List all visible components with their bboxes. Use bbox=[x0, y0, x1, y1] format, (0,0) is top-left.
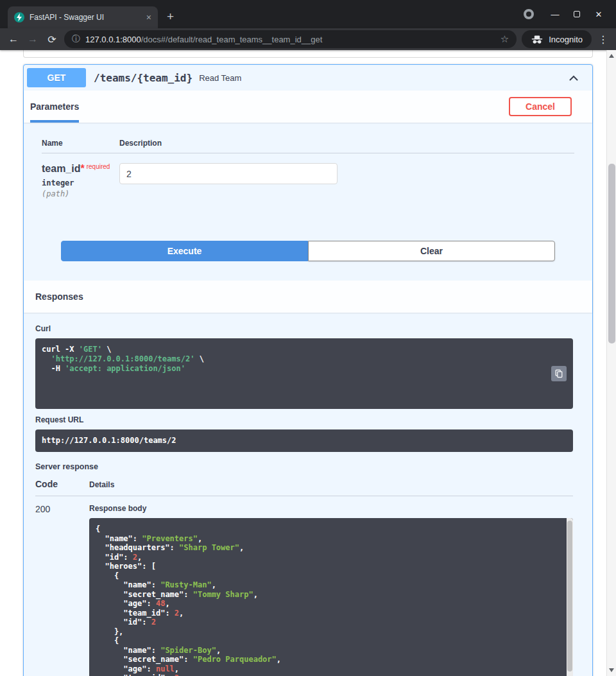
url-host: 127.0.0.1:8000 bbox=[85, 35, 141, 44]
parameter-meta: team_id*required integer (path) bbox=[42, 163, 119, 198]
response-body-block: { "name": "Preventers", "headquarters": … bbox=[89, 518, 573, 676]
incognito-label: Incognito bbox=[549, 35, 583, 44]
parameter-type: integer bbox=[42, 178, 119, 187]
parameters-tab-label: Parameters bbox=[30, 101, 79, 112]
curl-label: Curl bbox=[35, 324, 573, 333]
required-star: * bbox=[80, 163, 84, 174]
parameter-name: team_id*required bbox=[42, 163, 119, 175]
maximize-button[interactable] bbox=[566, 10, 588, 19]
parameter-value-cell bbox=[119, 163, 338, 198]
execute-button[interactable]: Execute bbox=[61, 241, 308, 261]
responses-body: Curl curl -X 'GET' \ 'http://127.0.0.1:8… bbox=[24, 313, 592, 676]
tab-parameters[interactable]: Parameters bbox=[30, 91, 79, 123]
back-icon[interactable]: ← bbox=[6, 33, 21, 45]
parameters-section-header: Parameters Cancel bbox=[24, 91, 592, 123]
parameters-table-header: Name Description bbox=[42, 139, 574, 153]
method-badge: GET bbox=[27, 68, 86, 87]
request-url-block: http://127.0.0.1:8000/teams/2 bbox=[35, 429, 573, 452]
browser-window: FastAPI - Swagger UI × + — ✕ ← → ⟳ ⓘ 127… bbox=[0, 0, 616, 50]
previous-section-bottom-edge bbox=[23, 50, 593, 58]
clear-button[interactable]: Clear bbox=[308, 241, 555, 261]
cancel-button[interactable]: Cancel bbox=[509, 97, 572, 116]
site-info-icon[interactable]: ⓘ bbox=[72, 33, 80, 45]
parameter-row: team_id*required integer (path) bbox=[42, 153, 574, 207]
response-body-scrollbar-thumb[interactable] bbox=[567, 521, 572, 672]
page-content: GET /teams/{team_id} Read Team Parameter… bbox=[0, 50, 616, 676]
operation-summary: Read Team bbox=[199, 73, 241, 83]
url-path: /docs#/default/read_team_teams__team_id_… bbox=[141, 35, 323, 44]
column-description-label: Description bbox=[119, 139, 162, 148]
column-details-label: Details bbox=[89, 480, 114, 489]
minimize-button[interactable]: — bbox=[544, 10, 566, 19]
browser-tab[interactable]: FastAPI - Swagger UI × bbox=[8, 6, 158, 28]
copy-to-clipboard-button[interactable] bbox=[551, 366, 567, 381]
parameter-location: (path) bbox=[42, 189, 119, 198]
window-controls: — ✕ bbox=[524, 0, 616, 28]
execute-button-group: Execute Clear bbox=[61, 241, 555, 261]
clipboard-icon bbox=[554, 369, 563, 378]
browser-menu-icon[interactable]: ⋮ bbox=[597, 33, 610, 46]
column-code-label: Code bbox=[35, 479, 89, 489]
profile-icon[interactable] bbox=[524, 9, 534, 19]
tab-strip: FastAPI - Swagger UI × + — ✕ bbox=[0, 0, 616, 28]
tab-title: FastAPI - Swagger UI bbox=[30, 13, 141, 22]
scrollbar-up-arrow-icon[interactable] bbox=[609, 54, 614, 58]
response-body-scrollbar[interactable] bbox=[567, 518, 573, 676]
status-code: 200 bbox=[35, 504, 89, 676]
browser-toolbar: ← → ⟳ ⓘ 127.0.0.1:8000/docs#/default/rea… bbox=[0, 28, 616, 50]
response-body-label: Response body bbox=[89, 504, 573, 513]
column-name-label: Name bbox=[42, 139, 119, 148]
incognito-badge: Incognito bbox=[522, 30, 592, 48]
collapse-chevron-icon[interactable] bbox=[567, 71, 580, 84]
response-row: 200 Response body { "name": "Preventers"… bbox=[35, 496, 573, 676]
request-url-label: Request URL bbox=[35, 415, 573, 424]
tab-close-icon[interactable]: × bbox=[146, 12, 151, 22]
bookmark-star-icon[interactable]: ☆ bbox=[501, 33, 509, 45]
response-table-header: Code Details bbox=[35, 479, 573, 496]
new-tab-button[interactable]: + bbox=[167, 10, 174, 24]
scrollbar-down-arrow-icon[interactable] bbox=[609, 668, 614, 672]
required-label: required bbox=[87, 163, 110, 170]
fastapi-favicon-icon bbox=[14, 12, 24, 22]
responses-section-header: Responses bbox=[24, 281, 592, 313]
page-scrollbar-thumb[interactable] bbox=[608, 164, 615, 343]
parameters-table: Name Description team_id*required intege… bbox=[24, 123, 592, 261]
responses-title: Responses bbox=[35, 291, 83, 302]
refresh-icon[interactable]: ⟳ bbox=[45, 33, 59, 46]
curl-command-block: curl -X 'GET' \ 'http://127.0.0.1:8000/t… bbox=[35, 338, 573, 409]
address-bar[interactable]: ⓘ 127.0.0.1:8000/docs#/default/read_team… bbox=[64, 30, 517, 48]
response-details-cell: Response body { "name": "Preventers", "h… bbox=[89, 504, 573, 676]
forward-icon[interactable]: → bbox=[26, 33, 40, 45]
url-text[interactable]: 127.0.0.1:8000/docs#/default/read_team_t… bbox=[85, 35, 495, 44]
maximize-icon bbox=[574, 11, 580, 17]
server-response-label: Server response bbox=[35, 462, 573, 471]
incognito-icon bbox=[531, 35, 543, 44]
operation-path: /teams/{team_id} bbox=[86, 72, 199, 84]
opblock-summary[interactable]: GET /teams/{team_id} Read Team bbox=[24, 65, 592, 91]
opblock-get-read-team: GET /teams/{team_id} Read Team Parameter… bbox=[23, 64, 593, 676]
page-scrollbar[interactable] bbox=[606, 50, 616, 676]
close-window-button[interactable]: ✕ bbox=[588, 10, 610, 19]
team-id-input[interactable] bbox=[119, 163, 338, 184]
